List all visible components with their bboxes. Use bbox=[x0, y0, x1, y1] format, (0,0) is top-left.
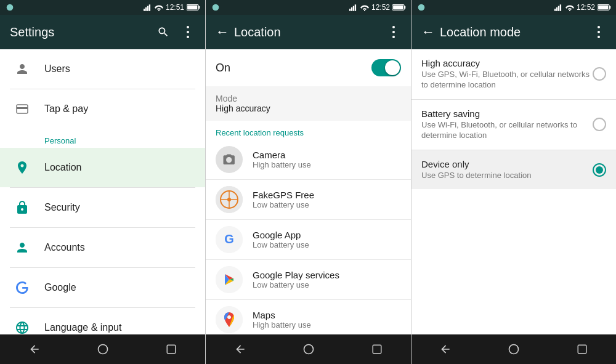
wifi-icon bbox=[155, 4, 163, 11]
svg-point-38 bbox=[304, 345, 313, 354]
header-icons bbox=[156, 25, 195, 39]
recents-nav-btn-1[interactable] bbox=[153, 337, 190, 362]
back-nav-btn-3[interactable] bbox=[427, 337, 464, 362]
home-nav-btn-1[interactable] bbox=[84, 337, 121, 362]
status-bar-1: 12:51 bbox=[0, 0, 205, 15]
toggle-label: On bbox=[216, 62, 230, 75]
gplay-app-icon bbox=[216, 266, 243, 293]
app-item-gplay[interactable]: Google Play services Low battery use bbox=[206, 260, 411, 300]
location-back-button[interactable]: ← bbox=[216, 24, 229, 40]
home-nav-btn-3[interactable] bbox=[495, 337, 532, 362]
battery-saving-radio[interactable] bbox=[593, 118, 606, 131]
search-icon bbox=[157, 26, 169, 38]
location-mode-back-button[interactable]: ← bbox=[421, 24, 435, 40]
home-icon-2 bbox=[302, 343, 315, 355]
location-toggle-switch[interactable] bbox=[371, 59, 401, 76]
recents-icon-1 bbox=[166, 344, 177, 355]
high-accuracy-radio[interactable] bbox=[593, 67, 606, 81]
mode-option-battery-saving[interactable]: Battery saving Use Wi-Fi, Bluetooth, or … bbox=[411, 100, 616, 150]
svg-point-15 bbox=[213, 4, 219, 11]
maps-svg bbox=[216, 306, 243, 333]
app-item-maps[interactable]: Maps High battery use bbox=[206, 300, 411, 334]
location-toggle-row[interactable]: On bbox=[206, 49, 411, 86]
search-button[interactable] bbox=[156, 25, 171, 39]
security-label: Security bbox=[44, 202, 80, 213]
signal-icon bbox=[144, 4, 152, 11]
toggle-knob bbox=[385, 60, 400, 75]
device-only-radio[interactable] bbox=[593, 163, 606, 177]
svg-point-49 bbox=[598, 31, 600, 33]
recent-requests-header: Recent location requests bbox=[206, 121, 411, 140]
svg-rect-44 bbox=[560, 4, 561, 10]
svg-point-0 bbox=[7, 4, 14, 11]
settings-item-google[interactable]: Google bbox=[0, 268, 205, 307]
more-vert-icon-2 bbox=[392, 26, 395, 38]
home-nav-btn-2[interactable] bbox=[290, 337, 327, 362]
more-button-2[interactable] bbox=[386, 25, 401, 39]
svg-rect-17 bbox=[351, 7, 352, 11]
svg-rect-7 bbox=[187, 6, 197, 10]
more-button-1[interactable] bbox=[180, 25, 195, 39]
status-bar-left-2 bbox=[211, 2, 221, 12]
fakegps-app-name: FakeGPS Free bbox=[253, 190, 314, 200]
recents-nav-btn-3[interactable] bbox=[564, 337, 601, 362]
svg-rect-41 bbox=[554, 9, 556, 10]
fakegps-app-battery: Low battery use bbox=[253, 200, 314, 209]
app-item-fakegps[interactable]: FakeGPS Free Low battery use bbox=[206, 180, 411, 220]
svg-rect-19 bbox=[355, 4, 356, 10]
language-icon bbox=[10, 315, 34, 334]
mode-option-device-only[interactable]: Device only Use GPS to determine locatio… bbox=[411, 150, 616, 190]
person-svg bbox=[15, 62, 30, 76]
app-item-camera[interactable]: Camera High battery use bbox=[206, 140, 411, 180]
more-vert-icon bbox=[187, 26, 189, 38]
status-bar-left-3 bbox=[416, 2, 426, 12]
svg-point-9 bbox=[187, 31, 189, 33]
device-only-title: Device only bbox=[421, 159, 593, 169]
recents-nav-btn-2[interactable] bbox=[359, 337, 395, 362]
fakegps-app-icon bbox=[216, 186, 243, 213]
settings-item-users[interactable]: Users bbox=[0, 49, 205, 89]
svg-point-40 bbox=[418, 4, 425, 11]
svg-point-23 bbox=[392, 26, 395, 28]
battery-saving-text: Battery saving Use Wi-Fi, Bluetooth, or … bbox=[421, 108, 593, 141]
home-icon-3 bbox=[508, 343, 520, 355]
svg-rect-52 bbox=[578, 345, 586, 354]
camera-svg bbox=[221, 152, 237, 168]
camera-app-icon bbox=[216, 146, 243, 173]
battery-saving-desc: Use Wi-Fi, Bluetooth, or cellular networ… bbox=[421, 120, 593, 141]
mode-section[interactable]: Mode High accuracy bbox=[206, 86, 411, 121]
status-bar-2: 12:52 bbox=[206, 0, 411, 15]
settings-item-security[interactable]: Security bbox=[0, 188, 205, 227]
recents-icon-2 bbox=[371, 344, 383, 355]
gplay-app-battery: Low battery use bbox=[253, 280, 339, 289]
back-nav-btn-2[interactable] bbox=[222, 337, 259, 362]
personal-section-label: Personal bbox=[0, 129, 205, 148]
settings-header: Settings bbox=[0, 15, 205, 49]
mode-option-high-accuracy[interactable]: High accuracy Use GPS, Wi-Fi, Bluetooth,… bbox=[411, 49, 616, 99]
app-item-google[interactable]: G Google App Low battery use bbox=[206, 220, 411, 260]
settings-list: Users Tap & pay Personal Location bbox=[0, 49, 205, 334]
svg-rect-4 bbox=[149, 4, 150, 10]
google-label: Google bbox=[44, 282, 76, 293]
svg-rect-43 bbox=[558, 6, 559, 11]
svg-rect-16 bbox=[349, 9, 351, 10]
device-only-text: Device only Use GPS to determine locatio… bbox=[421, 159, 593, 181]
settings-item-accounts[interactable]: Accounts bbox=[0, 228, 205, 267]
svg-point-48 bbox=[598, 26, 600, 28]
camera-app-info: Camera High battery use bbox=[253, 150, 311, 169]
fakegps-svg bbox=[216, 186, 243, 213]
battery-icon-3 bbox=[598, 4, 611, 11]
status-bar-3: 12:52 bbox=[411, 0, 616, 15]
more-button-3[interactable] bbox=[591, 25, 606, 39]
svg-rect-47 bbox=[598, 6, 608, 10]
language-label: Language & input bbox=[44, 322, 121, 333]
settings-item-tap-pay[interactable]: Tap & pay bbox=[0, 89, 205, 129]
time-display-1: 12:51 bbox=[166, 3, 184, 12]
settings-item-location[interactable]: Location bbox=[0, 148, 205, 187]
settings-item-language[interactable]: Language & input bbox=[0, 308, 205, 334]
gplay-app-info: Google Play services Low battery use bbox=[253, 270, 339, 289]
device-only-desc: Use GPS to determine location bbox=[421, 171, 593, 181]
back-nav-btn-1[interactable] bbox=[16, 337, 53, 362]
google-app-svg: G bbox=[216, 226, 243, 253]
gplay-app-name: Google Play services bbox=[253, 270, 339, 280]
